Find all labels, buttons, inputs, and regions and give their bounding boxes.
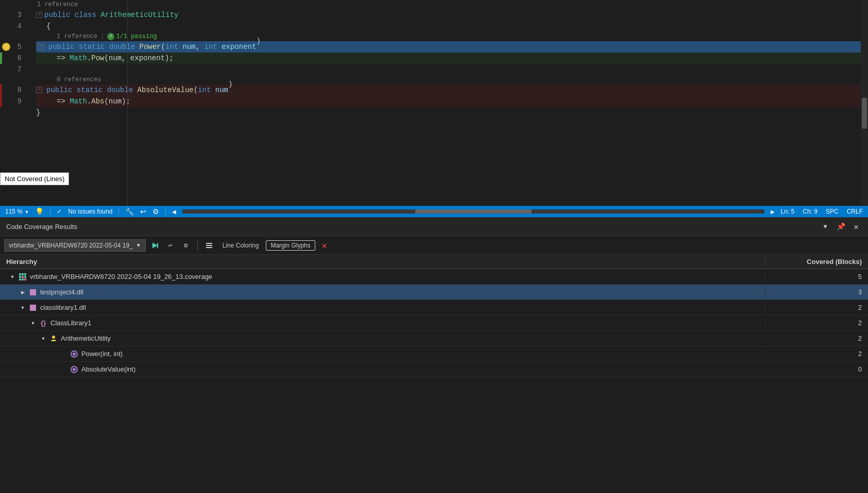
line-num-6: 6	[0, 52, 26, 64]
separator2	[118, 208, 119, 215]
svg-rect-3	[206, 245, 212, 246]
panel-dropdown-btn[interactable]: ▼	[820, 221, 831, 233]
svg-rect-7	[24, 273, 26, 275]
line-num-8: 8	[0, 84, 26, 96]
panel-pin-btn[interactable]: 📌	[835, 221, 846, 233]
svg-marker-0	[152, 243, 158, 248]
class-icon-4	[49, 334, 58, 343]
status-bar: 115 % ▼ 💡 ✓ No issues found 🔧 ↩ ⚙ ◀ ▶ Ln…	[0, 206, 868, 217]
svg-rect-13	[24, 278, 26, 280]
svg-point-24	[73, 353, 76, 356]
table-row[interactable]: ▼ classlibrary1.dll 2	[0, 300, 868, 315]
ch-indicator: Ch: 9	[803, 208, 818, 215]
row-label-0: vrbhardw_VRBHARDW8720 2022-05-04 19_26_1…	[30, 273, 212, 280]
table-row[interactable]: ▶ testproject4.dll 3	[0, 285, 868, 300]
ref-line-8: 0 references	[36, 75, 868, 84]
separator	[50, 208, 50, 215]
svg-rect-12	[22, 278, 24, 280]
expand-arrow-4[interactable]: ▼	[40, 336, 46, 342]
not-covered-tooltip: Not Covered (Lines)	[0, 172, 69, 185]
issues-status: No issues found	[68, 208, 112, 215]
margin-glyphs-btn[interactable]: Margin Glyphs	[266, 240, 315, 251]
toolbar-icon1[interactable]: 🔧	[125, 207, 134, 216]
svg-rect-14	[30, 289, 33, 292]
svg-rect-6	[22, 273, 24, 275]
panel-controls: ▼ 📌 ✕	[820, 221, 862, 233]
svg-rect-9	[22, 276, 24, 278]
code-area: 1 reference − public class ArithemeticUt…	[31, 0, 868, 206]
row-label-2: classlibrary1.dll	[40, 304, 86, 311]
table-row[interactable]: ▼ {} ClassLibrary1 2	[0, 315, 868, 331]
panel-title: Code Coverage Results	[6, 223, 77, 231]
table-row[interactable]: ▼ Power(int, int) 2	[0, 346, 868, 362]
table-row[interactable]: ▼ AbsoluteValue(int) 0	[0, 362, 868, 377]
code-line-5: − public static double Power(int num, in…	[36, 41, 868, 52]
coverage-panel: Code Coverage Results ▼ 📌 ✕ vrbhardw_VRB…	[0, 217, 868, 490]
row-covered-2: 2	[765, 304, 868, 311]
coverage-table: Hierarchy Covered (Blocks) ▼	[0, 255, 868, 490]
svg-rect-18	[30, 305, 33, 308]
col-hierarchy-header: Hierarchy	[0, 258, 765, 266]
line-num-9: 9	[0, 96, 26, 107]
code-line-close: }	[36, 107, 868, 118]
row-label-5: Power(int, int)	[81, 350, 123, 358]
expand-arrow-2[interactable]: ▼	[20, 305, 26, 311]
row-hierarchy-3: ▼ {} ClassLibrary1	[0, 319, 765, 327]
lightbulb-icon[interactable]: 💡	[35, 207, 44, 216]
run-coverage-btn[interactable]	[149, 239, 161, 252]
ref-line-5: 1 reference | ✓ 1/1 passing	[36, 32, 868, 41]
toolbar-sep1	[197, 240, 198, 251]
coverage-file-dropdown[interactable]: vrbhardw_VRBHARDW8720 2022-05-04 19_ ▼	[4, 239, 146, 252]
expand-arrow-1[interactable]: ▶	[20, 289, 26, 295]
scroll-right-btn[interactable]: ▶	[771, 209, 775, 215]
clear-results-btn[interactable]: ✕	[318, 239, 331, 252]
expand-arrow-3[interactable]: ▼	[30, 320, 36, 326]
collapse-8[interactable]: −	[36, 87, 42, 93]
row-covered-1: 3	[765, 288, 868, 296]
expand-arrow-0[interactable]: ▼	[9, 274, 15, 280]
table-row[interactable]: ▼ vrbhardw_VRBHARDW8720 20	[0, 269, 868, 285]
panel-toolbar: vrbhardw_VRBHARDW8720 2022-05-04 19_ ▼ ↩…	[0, 236, 868, 255]
editor-scrollbar[interactable]	[861, 0, 868, 206]
svg-rect-15	[33, 289, 36, 292]
editor-content: 3 4 5 6 7 8 9	[0, 0, 868, 206]
svg-rect-20	[30, 308, 33, 311]
scroll-left-btn[interactable]: ◀	[172, 209, 176, 215]
panel-close-btn[interactable]: ✕	[850, 221, 862, 233]
svg-rect-10	[24, 276, 26, 278]
code-line-3: − public class ArithemeticUtility	[36, 9, 868, 21]
breakpoint-icon[interactable]	[2, 43, 10, 51]
export-btn[interactable]	[203, 239, 215, 252]
coverage-file-icon	[19, 273, 27, 281]
line-num-4: 4	[0, 21, 26, 32]
svg-rect-2	[206, 243, 212, 244]
rerun-btn[interactable]: ↩	[164, 239, 177, 252]
row-covered-4: 2	[765, 334, 868, 342]
scroll-track[interactable]	[182, 209, 764, 214]
row-label-1: testproject4.dll	[40, 288, 83, 296]
table-header: Hierarchy Covered (Blocks)	[0, 255, 868, 269]
line-coloring-btn[interactable]: Line Coloring	[218, 241, 263, 250]
line-num-5: 5	[0, 41, 26, 52]
svg-rect-8	[19, 276, 21, 278]
toolbar-icon2[interactable]: ↩	[140, 207, 146, 216]
zoom-level[interactable]: 115 % ▼	[5, 208, 29, 215]
toolbar-icon3[interactable]: ⚙	[152, 207, 159, 216]
table-row[interactable]: ▼ ArithemeticUtility 2	[0, 331, 868, 346]
collapse-3[interactable]: −	[36, 12, 42, 18]
row-covered-6: 0	[765, 365, 868, 373]
ref-line-3: 1 reference	[36, 0, 868, 9]
status-right: Ln: 5 Ch: 9 SPC CRLF	[781, 208, 863, 215]
collapse-5[interactable]: −	[38, 44, 44, 50]
svg-rect-11	[19, 278, 21, 280]
code-line-8: − public static double AbsoluteValue(int…	[36, 84, 868, 96]
dropdown-arrow-icon: ▼	[136, 242, 141, 248]
method-icon-5	[70, 350, 78, 358]
scrollbar-thumb[interactable]	[862, 98, 867, 129]
line-num-7: 7	[0, 64, 26, 75]
method-icon-6	[70, 365, 78, 374]
svg-rect-4	[206, 247, 212, 248]
settings-btn[interactable]: ⚙	[180, 239, 192, 252]
code-line-7	[36, 64, 868, 75]
row-label-3: ClassLibrary1	[50, 319, 91, 327]
